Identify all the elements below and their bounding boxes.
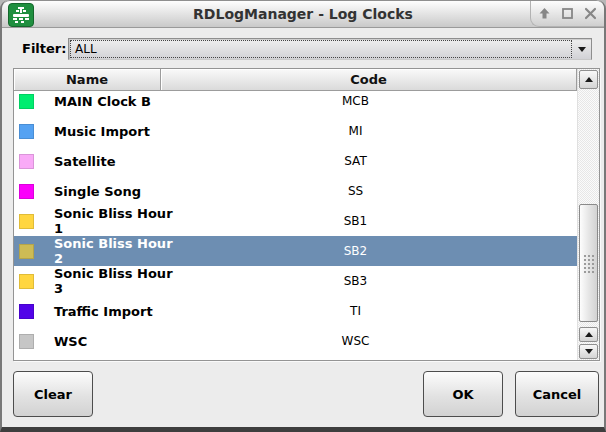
filter-label: Filter: bbox=[22, 41, 66, 56]
clock-code: WSC bbox=[176, 334, 535, 348]
table-row[interactable]: Traffic Import TI bbox=[14, 296, 577, 326]
clock-name: Single Song bbox=[54, 184, 176, 199]
table-row[interactable]: Single Song SS bbox=[14, 176, 577, 206]
scroll-down-icon[interactable] bbox=[579, 344, 598, 359]
combobox-dropdown-icon[interactable] bbox=[573, 39, 591, 59]
clock-name: Satellite bbox=[54, 154, 176, 169]
table-row[interactable]: Satellite SAT bbox=[14, 146, 577, 176]
clock-color-swatch bbox=[19, 154, 34, 169]
dialog-content: Filter: ALL Name Code MAIN Clock B MCB bbox=[2, 28, 604, 426]
clock-name: Traffic Import bbox=[54, 304, 176, 319]
titlebar[interactable]: RDLogManager - Log Clocks bbox=[2, 0, 604, 28]
table-row[interactable]: Music Import MI bbox=[14, 116, 577, 146]
vertical-scrollbar[interactable] bbox=[577, 69, 599, 360]
clock-code: SAT bbox=[176, 154, 535, 168]
filter-combobox-value: ALL bbox=[70, 40, 572, 58]
filter-combobox[interactable]: ALL bbox=[68, 38, 592, 60]
dialog-window: RDLogManager - Log Clocks Filter: ALL Na… bbox=[0, 0, 606, 432]
clock-color-swatch bbox=[19, 94, 34, 109]
clock-name: Sonic Bliss Hour 3 bbox=[54, 266, 176, 296]
clock-list: Name Code MAIN Clock B MCB Music Import bbox=[13, 68, 600, 361]
clock-code: SB2 bbox=[176, 244, 535, 258]
clear-button[interactable]: Clear bbox=[13, 371, 93, 417]
clock-name: WSC bbox=[54, 334, 176, 349]
table-row[interactable]: MAIN Clock B MCB bbox=[14, 91, 577, 116]
scrollbar-track[interactable] bbox=[578, 90, 599, 326]
clock-code: SS bbox=[176, 184, 535, 198]
ok-button[interactable]: OK bbox=[423, 371, 503, 417]
close-icon[interactable] bbox=[581, 5, 599, 23]
table-row-selected[interactable]: Sonic Bliss Hour 2 SB2 bbox=[14, 236, 577, 266]
maximize-icon[interactable] bbox=[559, 5, 577, 23]
clock-name: Sonic Bliss Hour 2 bbox=[54, 236, 176, 266]
clock-code: SB1 bbox=[176, 214, 535, 228]
clock-color-swatch bbox=[19, 244, 34, 259]
column-header-name[interactable]: Name bbox=[14, 69, 161, 91]
clock-code: MI bbox=[176, 124, 535, 138]
scrollbar-thumb[interactable] bbox=[579, 204, 598, 322]
scroll-up-secondary-icon[interactable] bbox=[579, 327, 598, 342]
clock-list-rows: MAIN Clock B MCB Music Import MI Satelli… bbox=[14, 91, 577, 356]
clock-color-swatch bbox=[19, 274, 34, 289]
clock-color-swatch bbox=[19, 214, 34, 229]
table-row[interactable]: Sonic Bliss Hour 1 SB1 bbox=[14, 206, 577, 236]
clock-name: MAIN Clock B bbox=[54, 94, 176, 109]
shade-icon[interactable] bbox=[536, 5, 554, 23]
clock-list-viewport: MAIN Clock B MCB Music Import MI Satelli… bbox=[14, 91, 577, 360]
clock-color-swatch bbox=[19, 124, 34, 139]
clock-code: MCB bbox=[176, 94, 535, 108]
clock-color-swatch bbox=[19, 304, 34, 319]
clock-name: Music Import bbox=[54, 124, 176, 139]
clock-list-header: Name Code bbox=[14, 69, 577, 91]
table-row[interactable]: Sonic Bliss Hour 3 SB3 bbox=[14, 266, 577, 296]
cancel-button[interactable]: Cancel bbox=[515, 371, 599, 417]
clock-color-swatch bbox=[19, 184, 34, 199]
table-row[interactable]: WSC WSC bbox=[14, 326, 577, 356]
clock-list-main: Name Code MAIN Clock B MCB Music Import bbox=[14, 69, 577, 360]
clock-code: SB3 bbox=[176, 274, 535, 288]
clock-color-swatch bbox=[19, 334, 34, 349]
column-header-code[interactable]: Code bbox=[161, 69, 577, 91]
clock-name: Sonic Bliss Hour 1 bbox=[54, 206, 176, 236]
window-controls bbox=[530, 1, 604, 27]
scroll-up-icon[interactable] bbox=[579, 70, 598, 89]
window-title: RDLogManager - Log Clocks bbox=[2, 1, 604, 28]
clock-code: TI bbox=[176, 304, 535, 318]
scrollbar-grip bbox=[583, 254, 594, 273]
